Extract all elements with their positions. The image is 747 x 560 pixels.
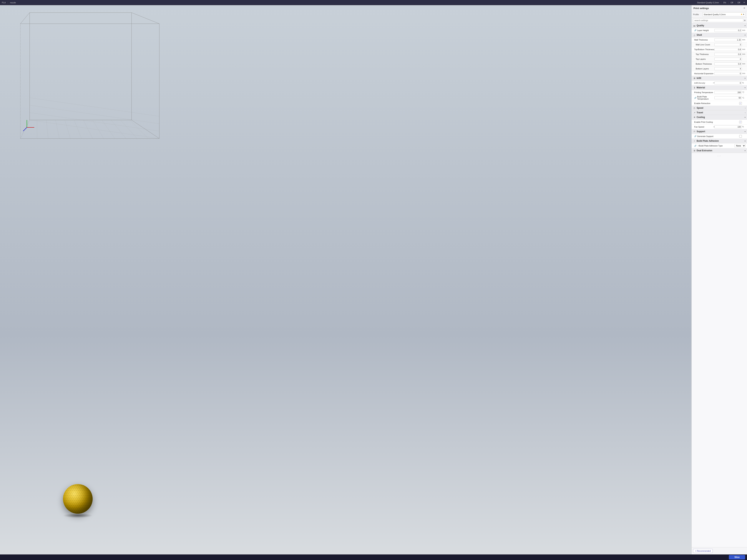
setting-enable-cooling: Enable Print Cooling [692, 119, 747, 125]
svg-line-13 [30, 113, 159, 131]
top-thickness-input[interactable] [714, 53, 742, 56]
svg-line-20 [74, 120, 81, 138]
section-header-speed[interactable]: ◷ Speed › [692, 106, 747, 110]
setting-name-wall-thickness: Wall Thickness [694, 39, 714, 41]
dots-indicator: ... [692, 153, 747, 157]
retraction-checkbox[interactable] [739, 102, 742, 105]
svg-line-19 [65, 120, 70, 138]
fan-speed-input[interactable] [714, 125, 742, 128]
svg-line-7 [20, 120, 30, 138]
slice-button[interactable]: Slice [729, 555, 745, 559]
svg-line-12 [30, 120, 159, 138]
star-icon[interactable]: ★ [741, 13, 743, 16]
top-layers-input[interactable] [714, 58, 742, 60]
settings-menu-icon[interactable]: ≡ [744, 19, 746, 22]
section-header-shell[interactable]: △ Shell ▾ [692, 33, 747, 37]
setting-name-topbottom-thickness: Top/Bottom Thickness [694, 48, 714, 51]
wall-line-count-input[interactable] [714, 43, 742, 46]
print-settings-panel: Print settings × Profile Standard Qualit… [691, 5, 747, 555]
setting-printing-temp: Printing Temperature °C [692, 90, 747, 95]
nozzle-label: nozzle [10, 1, 16, 4]
infill-chevron: ▾ [745, 77, 746, 79]
setting-wall-thickness: Wall Thickness mm [692, 37, 747, 42]
material-text: PLA [2, 1, 6, 4]
bottom-thickness-input[interactable] [714, 62, 742, 65]
setting-enable-retraction: Enable Retraction [692, 101, 747, 106]
bottom-layers-input[interactable] [714, 67, 742, 70]
adhesion-type-select[interactable]: None Skirt Brim Raft [735, 144, 746, 148]
printing-temp-input[interactable] [714, 91, 742, 94]
section-title-cooling: Cooling [697, 116, 744, 118]
support-checkbox[interactable] [739, 135, 742, 138]
section-header-dual-extrusion[interactable]: ⊞ Dual Extrusion ▾ [692, 148, 747, 153]
setting-name-fan-speed: Fan Speed [694, 126, 713, 128]
svg-line-4 [20, 12, 30, 24]
infill-icon: ⊠ [693, 77, 696, 79]
speed-icon: ◷ [693, 107, 696, 109]
horizontal-expansion-input[interactable] [714, 72, 742, 75]
bottom-bar: Slice [0, 555, 747, 560]
search-input[interactable] [693, 19, 743, 22]
cooling-checkbox[interactable] [739, 121, 742, 123]
svg-line-24 [111, 120, 126, 138]
shell-icon: △ [693, 34, 696, 36]
setting-adhesion-type: 🔗 ↺ Build Plate Adhesion Type None Skirt… [692, 143, 747, 148]
section-header-infill[interactable]: ⊠ Infill ▾ [692, 76, 747, 81]
reset-adhesion-icon[interactable]: ↺ [698, 145, 699, 147]
section-header-cooling[interactable]: ❄ Cooling ▾ [692, 115, 747, 119]
support-text: Off [730, 1, 733, 4]
profile-select-value: Standard Quality 0.2mm [704, 14, 726, 16]
adhesion-icon: + [693, 140, 696, 142]
build-plate-temp-input[interactable] [714, 96, 742, 99]
shell-chevron: ▾ [745, 34, 746, 36]
wall-thickness-input[interactable] [714, 38, 742, 41]
svg-line-22 [93, 120, 104, 138]
profile-name-bar: Standard Quality 0.2mm [697, 1, 719, 4]
recommended-button[interactable]: < Recommended [693, 549, 713, 553]
edit-icon[interactable]: ✏ [744, 1, 745, 4]
section-title-quality: Quality [697, 24, 744, 27]
close-button[interactable]: × [744, 7, 745, 10]
setting-bottom-thickness: Bottom Thickness mm [692, 61, 747, 66]
section-header-adhesion[interactable]: + Build Plate Adhesion ▾ [692, 139, 747, 143]
nozzle-text: nozzle [10, 1, 16, 4]
dual-extrusion-chevron: ▾ [745, 150, 746, 152]
section-title-material: Material [697, 86, 744, 89]
setting-layer-height: 🔗 Layer Height mm [692, 28, 747, 33]
section-header-travel[interactable]: ↗ Travel › [692, 110, 747, 115]
section-title-support: Support [697, 130, 744, 133]
profile-row: Profile Standard Quality 0.2mm ★ ▾ [692, 11, 747, 18]
adhesion-text: Off [738, 1, 740, 4]
travel-chevron: › [745, 112, 746, 114]
reset-infill-icon[interactable]: ↺ [713, 82, 714, 84]
infill-pct-text: 0% [723, 1, 726, 4]
setting-generate-support: 🔗 Generate Support [692, 134, 747, 139]
setting-infill-density: Infill Density ↺ % [692, 81, 747, 85]
svg-line-18 [56, 120, 59, 138]
setting-topbottom-thickness: Top/Bottom Thickness mm [692, 47, 747, 52]
svg-line-14 [30, 105, 159, 124]
svg-line-25 [121, 120, 137, 138]
section-header-material[interactable]: ||| Material ▾ [692, 85, 747, 90]
profile-select[interactable]: Standard Quality 0.2mm ★ ▾ [702, 12, 746, 16]
settings-list[interactable]: ▬ Quality ▾ 🔗 Layer Height mm △ Shell ▾ … [692, 23, 747, 547]
profile-name-text: Standard Quality 0.2mm [697, 1, 719, 4]
topbottom-thickness-input[interactable] [714, 48, 742, 51]
search-row: ≡ [692, 18, 747, 23]
chevron-icon: ▾ [743, 13, 744, 16]
section-title-infill: Infill [697, 77, 744, 79]
section-header-quality[interactable]: ▬ Quality ▾ [692, 23, 747, 28]
speed-chevron: › [745, 107, 746, 109]
cooling-icon: ❄ [693, 116, 696, 118]
section-header-support[interactable]: ⊓ Support ▾ [692, 129, 747, 134]
infill-density-input[interactable] [714, 81, 742, 84]
quality-chevron: ▾ [745, 25, 746, 27]
layer-height-input[interactable] [714, 29, 742, 32]
support-label: Off [730, 1, 733, 4]
svg-line-17 [46, 120, 48, 138]
3d-viewport[interactable] [0, 5, 691, 555]
adhesion-chevron: ▾ [745, 140, 746, 142]
support-chevron: ▾ [745, 131, 746, 133]
adhesion-label: Off [738, 1, 740, 4]
panel-header: Print settings × [692, 5, 747, 11]
